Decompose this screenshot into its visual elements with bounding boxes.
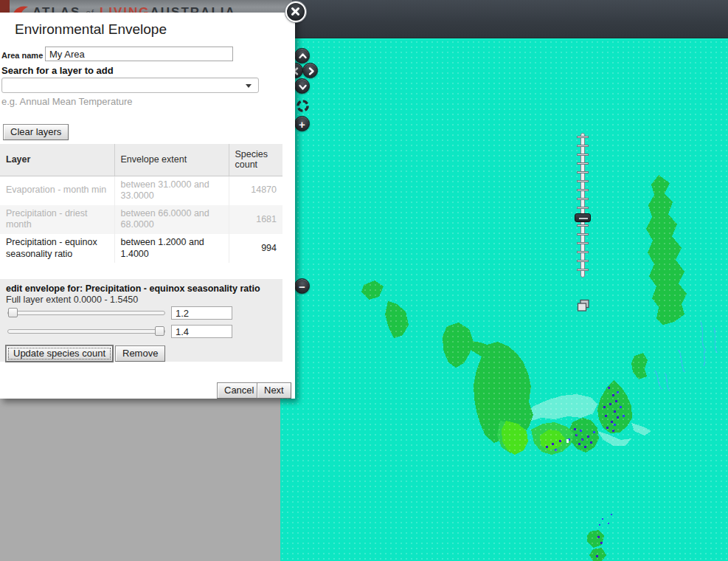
brand-atlas: ATLAS bbox=[32, 5, 80, 13]
extent-cell: between 31.0000 and 33.0000 bbox=[114, 176, 229, 205]
column-header-envelope-extent: Envelope extent bbox=[114, 144, 229, 176]
column-header-species-count: Species count bbox=[229, 144, 282, 176]
zoom-slider-handle[interactable] bbox=[575, 213, 591, 222]
layer-cell[interactable]: Evaporation - month min bbox=[0, 176, 114, 205]
min-slider-track[interactable] bbox=[7, 311, 165, 315]
zoom-tick bbox=[577, 145, 589, 147]
site-brand-text: ATLAS of LIVINGAUSTRALIA bbox=[32, 5, 236, 13]
zoom-tick bbox=[577, 154, 589, 156]
environmental-layer-raster bbox=[280, 40, 728, 561]
clear-layers-button[interactable]: Clear layers bbox=[3, 124, 69, 140]
layer-search-hint: e.g. Annual Mean Temperature bbox=[1, 96, 133, 107]
zoom-tick bbox=[577, 251, 589, 253]
zoom-in-button[interactable]: + bbox=[294, 116, 310, 131]
brand-living: LIVING bbox=[100, 5, 150, 13]
dropdown-arrow-icon[interactable] bbox=[246, 84, 252, 88]
site-banner: ATLAS of LIVINGAUSTRALIA bbox=[0, 0, 292, 13]
zoom-tick bbox=[577, 233, 589, 235]
zoom-tick bbox=[577, 260, 589, 262]
table-header-row: Layer Envelope extent Species count bbox=[0, 144, 282, 176]
max-slider-track[interactable] bbox=[7, 329, 165, 334]
environmental-envelope-dialog: Environmental Envelope Area name Search … bbox=[0, 13, 295, 399]
next-button[interactable]: Next bbox=[257, 382, 291, 399]
min-slider-handle[interactable] bbox=[8, 308, 18, 317]
zoom-world-button[interactable] bbox=[296, 99, 310, 113]
cancel-button[interactable]: Cancel bbox=[217, 382, 261, 399]
layer-cell[interactable]: Precipitation - driest month bbox=[0, 205, 114, 234]
max-slider-handle[interactable] bbox=[155, 326, 164, 336]
world-ring-icon bbox=[296, 99, 310, 113]
envelope-layers-table: Layer Envelope extent Species count Evap… bbox=[0, 144, 282, 263]
ala-bird-logo bbox=[13, 3, 29, 13]
brand-australia: AUSTRALIA bbox=[150, 5, 236, 13]
area-name-label: Area name bbox=[1, 51, 43, 60]
remove-button[interactable]: Remove bbox=[115, 345, 165, 362]
count-cell: 14870 bbox=[229, 176, 282, 205]
table-row[interactable]: Evaporation - month min between 31.0000 … bbox=[0, 176, 282, 205]
map-viewport[interactable]: + − bbox=[280, 38, 728, 561]
zoom-tick bbox=[577, 269, 589, 271]
zoom-tick bbox=[577, 171, 589, 173]
table-row[interactable]: Precipitation - driest month between 66.… bbox=[0, 205, 282, 234]
logo-red-block bbox=[0, 0, 10, 13]
chevron-right-icon bbox=[303, 63, 319, 79]
zoom-tick bbox=[577, 224, 589, 227]
zoom-tick bbox=[577, 189, 589, 191]
pan-down-button[interactable] bbox=[294, 78, 310, 94]
edit-envelope-panel: edit envelope for: Precipitation - equin… bbox=[0, 279, 282, 362]
full-layer-extent: Full layer extent 0.0000 - 1.5450 bbox=[6, 295, 138, 305]
layer-search-input[interactable] bbox=[4, 79, 240, 92]
count-cell: 994 bbox=[229, 234, 282, 263]
column-header-layer: Layer bbox=[0, 144, 114, 176]
layer-cell[interactable]: Precipitation - equinox seasonality rati… bbox=[0, 234, 114, 263]
plus-icon: + bbox=[295, 117, 309, 131]
page-background bbox=[0, 399, 280, 561]
zoom-tick bbox=[577, 180, 589, 182]
application-window: + − bbox=[0, 0, 728, 561]
min-value-input[interactable] bbox=[171, 306, 232, 320]
max-value-input[interactable] bbox=[171, 325, 232, 338]
close-button[interactable] bbox=[285, 1, 306, 22]
pan-up-button[interactable] bbox=[294, 48, 310, 63]
layer-search-label: Search for a layer to add bbox=[1, 65, 114, 76]
zoom-tick bbox=[577, 136, 589, 138]
zoom-tick bbox=[577, 162, 589, 165]
close-icon bbox=[290, 6, 301, 17]
area-name-input[interactable] bbox=[45, 47, 233, 61]
minus-icon: − bbox=[295, 280, 309, 294]
dialog-title: Environmental Envelope bbox=[15, 21, 167, 38]
layer-switcher-button[interactable] bbox=[576, 298, 591, 313]
chevron-up-icon bbox=[295, 49, 311, 64]
extent-cell: between 66.0000 and 68.0000 bbox=[114, 205, 229, 234]
table-row[interactable]: Precipitation - equinox seasonality rati… bbox=[0, 234, 282, 263]
zoom-tick bbox=[577, 242, 589, 244]
count-cell: 1681 bbox=[229, 205, 282, 234]
pan-right-button[interactable] bbox=[302, 63, 318, 78]
zoom-out-button[interactable]: − bbox=[294, 278, 310, 294]
chevron-down-icon bbox=[295, 79, 311, 94]
zoom-tick bbox=[577, 198, 589, 200]
edit-envelope-heading: edit envelope for: Precipitation - equin… bbox=[6, 283, 260, 294]
zoom-tick bbox=[577, 207, 589, 209]
update-species-count-button[interactable]: Update species count bbox=[6, 345, 113, 362]
extent-cell: between 1.2000 and 1.4000 bbox=[114, 234, 229, 263]
layers-icon bbox=[576, 298, 591, 313]
layer-search-combobox[interactable] bbox=[1, 78, 259, 93]
